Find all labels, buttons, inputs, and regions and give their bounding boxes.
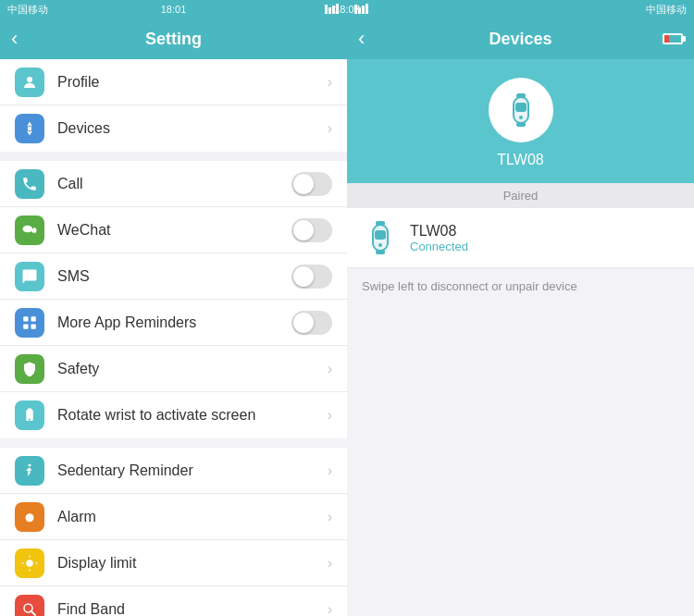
setting-item-more-app[interactable]: More App Reminders: [0, 300, 347, 346]
svg-rect-12: [31, 324, 36, 328]
nav-bar-left: ‹ Setting: [0, 18, 347, 59]
status-icons-right: [354, 3, 369, 16]
rotate-wrist-chevron: ›: [328, 407, 332, 424]
svg-rect-28: [354, 5, 357, 14]
setting-item-call[interactable]: Call: [0, 161, 347, 207]
svg-point-16: [29, 463, 31, 466]
right-panel: 18:07 中国移动 ‹ Devices TLW08 Paired: [347, 0, 694, 616]
wechat-toggle[interactable]: [291, 218, 332, 242]
nav-bar-right: ‹ Devices: [347, 18, 694, 59]
svg-rect-38: [375, 230, 386, 240]
connected-device-status: Connected: [410, 240, 679, 253]
status-bar-left: 中国移动 18:01: [0, 0, 347, 18]
call-toggle[interactable]: [291, 172, 332, 196]
battery-icon: [663, 33, 683, 44]
page-title-left: Setting: [145, 30, 202, 49]
time-right: 18:07: [347, 4, 694, 15]
svg-point-34: [519, 116, 523, 119]
svg-rect-41: [376, 250, 385, 254]
device-header: TLW08: [347, 59, 694, 183]
swipe-hint: Swipe left to disconnect or unpair devic…: [347, 268, 694, 304]
more-app-toggle[interactable]: [291, 311, 332, 335]
section-account: Profile › Devices ›: [0, 59, 347, 152]
device-icon-circle: [489, 78, 553, 142]
safety-label: Safety: [57, 361, 328, 377]
setting-item-wechat[interactable]: WeChat: [0, 207, 347, 253]
svg-rect-31: [366, 4, 368, 14]
svg-point-5: [28, 127, 32, 131]
svg-rect-40: [376, 221, 385, 226]
setting-item-sms[interactable]: SMS: [0, 253, 347, 300]
section-gap-1: [0, 152, 347, 161]
alarm-label: Alarm: [57, 509, 328, 525]
svg-point-39: [378, 243, 382, 247]
carrier-right: 中国移动: [646, 3, 687, 17]
device-list-item[interactable]: TLW08 Connected: [347, 208, 694, 268]
setting-item-devices[interactable]: Devices ›: [0, 105, 347, 152]
devices-icon: [15, 114, 44, 143]
back-button-left[interactable]: ‹: [11, 27, 18, 51]
svg-rect-30: [362, 6, 365, 14]
setting-item-sedentary[interactable]: Sedentary Reminder ›: [0, 448, 347, 494]
setting-item-find-band[interactable]: Find Band ›: [0, 586, 347, 616]
sedentary-label: Sedentary Reminder: [57, 462, 328, 479]
profile-icon: [15, 68, 44, 97]
svg-point-7: [26, 228, 28, 229]
rotate-wrist-label: Rotate wrist to activate screen: [57, 407, 328, 424]
setting-item-display[interactable]: Display limit ›: [0, 540, 347, 586]
page-title-right: Devices: [489, 30, 551, 49]
band-icon-small: [362, 219, 399, 256]
svg-rect-35: [516, 93, 526, 98]
safety-chevron: ›: [328, 361, 332, 377]
svg-rect-10: [31, 316, 36, 321]
sedentary-icon: [15, 456, 44, 486]
status-icons-left: [325, 3, 340, 16]
settings-list: Profile › Devices › Call: [0, 59, 347, 616]
section-reminders: Sedentary Reminder › Alarm › Display lim…: [0, 448, 347, 616]
svg-rect-33: [515, 103, 527, 112]
device-info: TLW08 Connected: [410, 223, 679, 253]
svg-rect-29: [358, 7, 361, 14]
svg-rect-1: [328, 7, 331, 14]
svg-line-26: [31, 610, 36, 615]
more-app-label: More App Reminders: [57, 314, 291, 331]
band-icon-large: [501, 90, 541, 130]
rotate-wrist-icon: [15, 400, 44, 430]
wechat-icon: [15, 216, 44, 245]
svg-rect-3: [336, 4, 339, 14]
svg-point-4: [27, 77, 32, 82]
more-app-icon: [15, 308, 44, 338]
display-label: Display limit: [57, 555, 328, 572]
call-label: Call: [57, 176, 291, 192]
time-left: 18:01: [0, 4, 347, 15]
connected-device-name: TLW08: [410, 223, 679, 240]
call-icon: [15, 169, 44, 199]
setting-item-rotate-wrist[interactable]: Rotate wrist to activate screen ›: [0, 392, 347, 438]
section-notifications: Call WeChat SMS More: [0, 161, 347, 438]
find-band-icon: [15, 595, 44, 617]
left-panel: 中国移动 18:01 ‹ Setting Profile › Devices: [0, 0, 347, 616]
sms-label: SMS: [57, 268, 291, 285]
safety-icon: [15, 354, 44, 384]
back-button-right[interactable]: ‹: [358, 27, 365, 51]
svg-rect-0: [325, 5, 328, 14]
profile-chevron: ›: [328, 74, 332, 91]
svg-rect-36: [516, 122, 526, 127]
setting-item-safety[interactable]: Safety ›: [0, 346, 347, 392]
svg-point-8: [29, 228, 31, 229]
svg-point-6: [23, 225, 33, 232]
svg-rect-11: [23, 324, 28, 328]
svg-rect-14: [28, 409, 32, 411]
carrier-left: 中国移动: [7, 3, 48, 17]
sms-toggle[interactable]: [291, 265, 332, 289]
setting-item-profile[interactable]: Profile ›: [0, 59, 347, 105]
battery-fill: [664, 35, 669, 43]
device-list: TLW08 Connected: [347, 208, 694, 268]
find-band-chevron: ›: [328, 601, 332, 617]
display-chevron: ›: [328, 555, 332, 572]
svg-point-20: [26, 560, 33, 567]
devices-chevron: ›: [328, 120, 332, 137]
profile-label: Profile: [57, 74, 328, 91]
svg-rect-2: [332, 6, 335, 14]
setting-item-alarm[interactable]: Alarm ›: [0, 494, 347, 540]
